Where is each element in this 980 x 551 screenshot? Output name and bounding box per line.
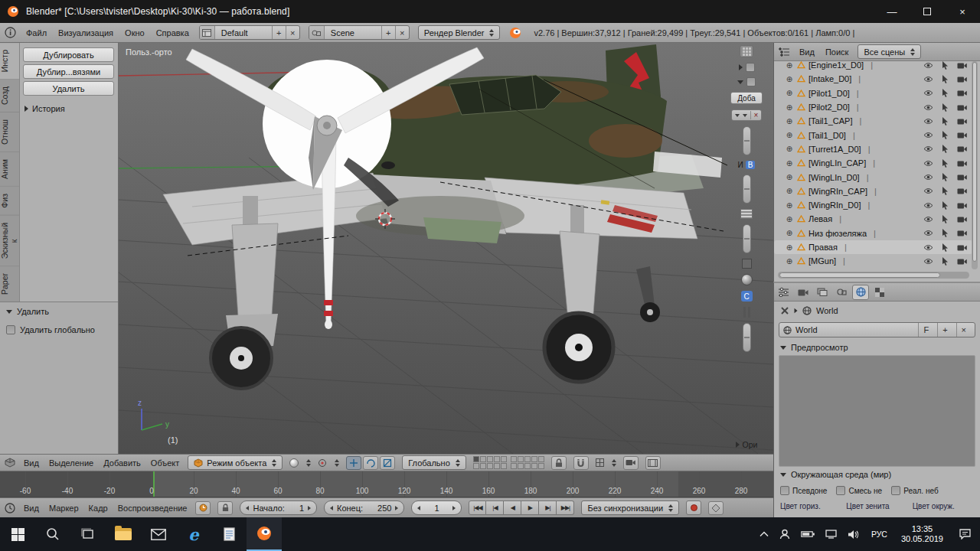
expand-icon[interactable]: ⊕: [785, 215, 794, 223]
increment-arrow-icon[interactable]: [452, 506, 456, 510]
timeline-ruler[interactable]: -60-40-200204060801001201401601802002202…: [0, 471, 773, 497]
shading-dropdown[interactable]: [289, 458, 311, 468]
checkbox-icon[interactable]: [780, 486, 789, 495]
env-checkbox[interactable]: Псевдоне: [780, 486, 827, 495]
renderability-camera-icon[interactable]: [957, 118, 967, 125]
play-reverse-button[interactable]: ◀: [504, 500, 521, 515]
keying-set-button[interactable]: [708, 501, 724, 515]
new-datablock-button[interactable]: +: [937, 323, 952, 337]
world-name-field[interactable]: World F + ×: [779, 322, 975, 337]
opengl-render-anim-button[interactable]: [645, 456, 661, 470]
selectability-arrow-icon[interactable]: [942, 257, 949, 266]
object-menu[interactable]: Объект: [149, 457, 181, 469]
expand-icon[interactable]: ⊕: [785, 229, 794, 237]
expand-icon[interactable]: ⊕: [785, 173, 794, 181]
layer-toggle[interactable]: [473, 456, 479, 462]
selectability-arrow-icon[interactable]: [942, 173, 949, 181]
expand-icon[interactable]: ⊕: [785, 89, 794, 97]
snap-magnet-button[interactable]: [573, 456, 589, 470]
outliner-item[interactable]: ⊕[WingRIn_D0]|: [774, 198, 972, 212]
outliner-vertical-scrollbar[interactable]: [972, 61, 978, 269]
minimize-button[interactable]: —: [874, 0, 910, 23]
increment-arrow-icon[interactable]: [308, 506, 311, 510]
search-button[interactable]: [35, 517, 70, 551]
transform-orientation-dropdown[interactable]: Глобально: [402, 455, 466, 470]
layer-toggle[interactable]: [531, 463, 537, 469]
sync-mode-dropdown[interactable]: Без синхронизации: [581, 500, 679, 515]
renderability-camera-icon[interactable]: [957, 174, 967, 181]
visibility-eye-icon[interactable]: [923, 202, 933, 209]
renderability-camera-icon[interactable]: [957, 62, 967, 69]
renderability-camera-icon[interactable]: [957, 216, 967, 223]
delete-globally-option[interactable]: Удалить глобально: [6, 325, 112, 334]
screen-layout-selector[interactable]: Default + ×: [199, 25, 300, 40]
layer-toggle[interactable]: [511, 456, 517, 462]
end-frame-field[interactable]: Конец: 250: [324, 500, 404, 515]
decrement-arrow-icon[interactable]: [246, 506, 249, 510]
timeline-menu-playback[interactable]: Воспроизведение: [116, 502, 189, 514]
visibility-eye-icon[interactable]: [923, 132, 933, 139]
toolshelf-tab[interactable]: Отнош: [0, 112, 19, 152]
expand-icon[interactable]: ⊕: [785, 243, 794, 252]
outliner-item[interactable]: ⊕Правая|: [774, 240, 972, 254]
layer-toggle[interactable]: [494, 456, 500, 462]
renderability-camera-icon[interactable]: [957, 145, 967, 152]
outliner-display-mode-dropdown[interactable]: Все сцены: [858, 44, 921, 59]
tool-button[interactable]: Дублир...вязями: [23, 64, 114, 79]
selectability-arrow-icon[interactable]: [942, 201, 949, 210]
network-tray-button[interactable]: [820, 517, 842, 551]
menu-help[interactable]: Справка: [155, 27, 191, 39]
clear-icon[interactable]: ×: [750, 111, 759, 119]
toolshelf-tab[interactable]: Инстр: [0, 43, 19, 80]
outliner-item[interactable]: ⊕[Pilot2_D0]|: [774, 100, 972, 114]
collapsed-panel-row[interactable]: [739, 63, 755, 72]
timeline-menu-frame[interactable]: Кадр: [87, 502, 109, 514]
jump-to-next-keyframe-button[interactable]: ▶|: [539, 500, 557, 515]
scene-tab-icon[interactable]: [833, 285, 850, 300]
pivot-dropdown[interactable]: [318, 458, 339, 468]
layer-toggle[interactable]: [487, 463, 493, 469]
layer-toggle[interactable]: [501, 463, 507, 469]
timeline-menu-marker[interactable]: Маркер: [47, 502, 80, 514]
preview-panel-header[interactable]: Предпросмотр: [774, 340, 980, 355]
add-scene-button[interactable]: +: [381, 26, 395, 39]
jump-to-start-button[interactable]: |◀◀: [469, 500, 486, 515]
selectability-arrow-icon[interactable]: [942, 131, 949, 139]
toolshelf-tab[interactable]: Созд: [0, 80, 19, 112]
increment-arrow-icon[interactable]: [395, 506, 398, 510]
expand-icon[interactable]: ⊕: [785, 145, 794, 153]
outliner-item[interactable]: ⊕[Tail1_CAP]|: [774, 114, 972, 128]
expand-icon[interactable]: ⊕: [785, 201, 794, 210]
maximize-button[interactable]: [910, 0, 945, 23]
outliner-item[interactable]: ⊕[Pilot1_D0]|: [774, 86, 972, 100]
current-frame-field[interactable]: 1: [411, 500, 462, 515]
expand-icon[interactable]: ⊕: [785, 103, 794, 112]
visibility-eye-icon[interactable]: [923, 62, 933, 69]
selectability-arrow-icon[interactable]: [942, 159, 949, 168]
selectability-arrow-icon[interactable]: [942, 215, 949, 223]
layer-toggle[interactable]: [487, 456, 493, 462]
outliner-menu-search[interactable]: Поиск: [824, 46, 850, 58]
jump-to-end-button[interactable]: ▶▶|: [557, 500, 574, 515]
volume-tray-button[interactable]: [842, 517, 864, 551]
render-engine-dropdown[interactable]: Рендер Blender: [418, 25, 501, 40]
sphere-swatch-icon[interactable]: [741, 274, 753, 285]
checkbox-icon[interactable]: [746, 63, 755, 72]
redo-panel-header[interactable]: Удалить: [6, 307, 112, 316]
menu-window[interactable]: Окно: [123, 27, 146, 39]
layer-toggle[interactable]: [518, 456, 524, 462]
layer-toggle[interactable]: [524, 456, 531, 462]
grid-icon[interactable]: [740, 45, 753, 57]
layer-toggle[interactable]: [480, 463, 486, 469]
visibility-eye-icon[interactable]: [923, 258, 933, 265]
toolshelf-tab[interactable]: Paper: [0, 266, 19, 302]
notepad-button[interactable]: [211, 517, 247, 551]
outliner-item[interactable]: ⊕[Turret1A_D0]|: [774, 142, 972, 156]
outliner-item[interactable]: ⊕Левая|: [774, 212, 972, 226]
mode-dropdown[interactable]: Режим объекта: [188, 455, 283, 470]
outliner-item[interactable]: ⊕[WingRIn_CAP]|: [774, 184, 972, 198]
visibility-eye-icon[interactable]: [923, 104, 933, 111]
visibility-eye-icon[interactable]: [923, 244, 933, 251]
checkbox-icon[interactable]: [891, 486, 900, 495]
value-slider[interactable]: [743, 323, 751, 352]
